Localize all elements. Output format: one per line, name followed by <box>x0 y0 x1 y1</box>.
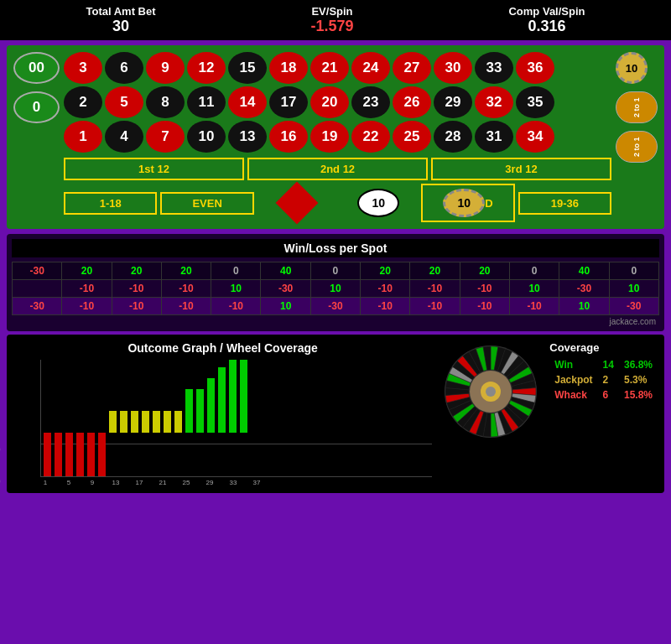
bar-rect-21 <box>153 411 160 433</box>
num-25[interactable]: 25 <box>393 121 431 153</box>
graph-container: Outcome Graph / Wheel Coverage 30 10 -10… <box>13 341 432 486</box>
coverage-win-row: Win 14 36.8% <box>549 357 658 372</box>
first-dozen[interactable]: 1st 12 <box>64 158 244 180</box>
whack-pct: 15.8% <box>619 387 658 402</box>
chip-top[interactable]: 10 <box>616 52 648 84</box>
wl-cell: -10 <box>361 280 410 298</box>
num-22[interactable]: 22 <box>351 121 390 153</box>
bet-19-36[interactable]: 19-36 <box>518 192 611 215</box>
num-15[interactable]: 15 <box>228 52 267 84</box>
two-to-one-mid[interactable]: 2 to 1 <box>616 91 658 123</box>
bar-rect-27 <box>185 389 193 433</box>
header: Total Amt Bet 30 EV/Spin -1.579 Comp Val… <box>0 0 671 40</box>
num-5[interactable]: 5 <box>105 86 143 118</box>
num-4[interactable]: 4 <box>105 121 143 153</box>
win-label: Win <box>549 357 597 372</box>
two-to-one-bottom[interactable]: 2 to 1 <box>616 131 658 163</box>
num-13[interactable]: 13 <box>228 121 267 153</box>
num-28[interactable]: 28 <box>434 121 472 153</box>
bar-rect-7 <box>76 433 84 477</box>
bar-col-37 <box>239 367 248 476</box>
bar-rect-35 <box>229 360 237 433</box>
num-8[interactable]: 8 <box>146 86 185 118</box>
whack-label: Whack <box>549 387 597 402</box>
double-zero[interactable]: 00 <box>13 52 60 84</box>
wheel-hub <box>486 387 496 397</box>
num-24[interactable]: 24 <box>351 52 390 84</box>
num-7[interactable]: 7 <box>146 121 185 153</box>
wl-cell: 10 <box>609 280 658 298</box>
num-1[interactable]: 1 <box>64 121 102 153</box>
bar-col-17 <box>130 367 139 476</box>
x-label-19 <box>146 479 156 486</box>
num-6[interactable]: 6 <box>105 52 143 84</box>
wl-cell: -10 <box>509 298 559 315</box>
bar-rect-25 <box>174 411 182 433</box>
wl-cell: 10 <box>211 280 261 298</box>
bar-rect-1 <box>44 433 51 477</box>
wl-cell: -10 <box>410 280 460 298</box>
wl-cell: -30 <box>559 280 609 298</box>
wl-cell: 20 <box>460 262 509 280</box>
num-16[interactable]: 16 <box>269 121 308 153</box>
num-20[interactable]: 20 <box>310 86 349 118</box>
wl-cell: -10 <box>161 280 211 298</box>
wl-cell: 40 <box>559 262 609 280</box>
x-axis-labels: 15913172125293337 <box>40 479 432 486</box>
num-17[interactable]: 17 <box>269 86 308 118</box>
num-9[interactable]: 9 <box>146 52 185 84</box>
num-2[interactable]: 2 <box>64 86 102 118</box>
num-32[interactable]: 32 <box>475 86 513 118</box>
winloss-section: Win/Loss per Spot -30 20 20 20 0 40 0 20… <box>7 234 664 331</box>
total-amt-bet-label: Total Amt Bet <box>86 5 155 18</box>
num-12[interactable]: 12 <box>187 52 226 84</box>
red-diamond[interactable] <box>275 182 318 225</box>
bet-odd[interactable]: 10 D <box>421 184 514 222</box>
bar-rect-23 <box>164 411 171 433</box>
num-11[interactable]: 11 <box>187 86 226 118</box>
wl-cell: 0 <box>211 262 261 280</box>
num-35[interactable]: 35 <box>516 86 554 118</box>
ev-spin-label: EV/Spin <box>310 5 353 18</box>
x-label-37: 37 <box>252 479 262 486</box>
bar-rect-13 <box>109 411 117 433</box>
num-3[interactable]: 3 <box>64 52 102 84</box>
num-34[interactable]: 34 <box>516 121 554 153</box>
chip-center[interactable]: 10 <box>357 189 399 217</box>
num-31[interactable]: 31 <box>475 121 513 153</box>
two-to-one-column: 10 2 to 1 2 to 1 <box>616 52 658 163</box>
num-29[interactable]: 29 <box>434 86 472 118</box>
wl-cell: 10 <box>559 298 609 315</box>
bet-even[interactable]: EVEN <box>160 192 253 215</box>
third-dozen[interactable]: 3rd 12 <box>431 158 611 180</box>
num-21[interactable]: 21 <box>310 52 349 84</box>
bar-rect-15 <box>120 411 127 433</box>
second-dozen[interactable]: 2nd 12 <box>247 158 428 180</box>
wl-cell: 20 <box>161 262 211 280</box>
zero[interactable]: 0 <box>13 91 60 123</box>
num-26[interactable]: 26 <box>393 86 431 118</box>
num-14[interactable]: 14 <box>228 86 267 118</box>
num-10[interactable]: 10 <box>187 121 226 153</box>
num-36[interactable]: 36 <box>516 52 554 84</box>
x-label-35 <box>240 479 250 486</box>
chip-odd[interactable]: 10 <box>443 189 485 217</box>
x-label-29: 29 <box>205 479 215 486</box>
bet-1-18[interactable]: 1-18 <box>64 192 157 215</box>
bar-col-21 <box>152 367 161 476</box>
num-30[interactable]: 30 <box>434 52 472 84</box>
num-18[interactable]: 18 <box>269 52 308 84</box>
num-33[interactable]: 33 <box>475 52 513 84</box>
dozens-row: 1st 12 2nd 12 3rd 12 <box>64 158 611 180</box>
num-27[interactable]: 27 <box>393 52 431 84</box>
num-19[interactable]: 19 <box>310 121 349 153</box>
betting-area: 1st 12 2nd 12 3rd 12 1-18 EVEN 10 10 D 1… <box>13 158 658 222</box>
coverage-whack-row: Whack 6 15.8% <box>549 387 658 402</box>
wl-row-2: -10 -10 -10 10 -30 10 -10 -10 -10 10 -30… <box>13 280 659 298</box>
bar-col-35 <box>228 367 237 476</box>
roulette-table: 00 0 3 6 9 12 15 18 21 24 27 30 33 36 2 … <box>7 45 664 229</box>
num-23[interactable]: 23 <box>351 86 390 118</box>
bar-col-31 <box>206 367 216 476</box>
jackace-credit: jackace.com <box>12 317 656 326</box>
bar-chart <box>40 360 432 477</box>
